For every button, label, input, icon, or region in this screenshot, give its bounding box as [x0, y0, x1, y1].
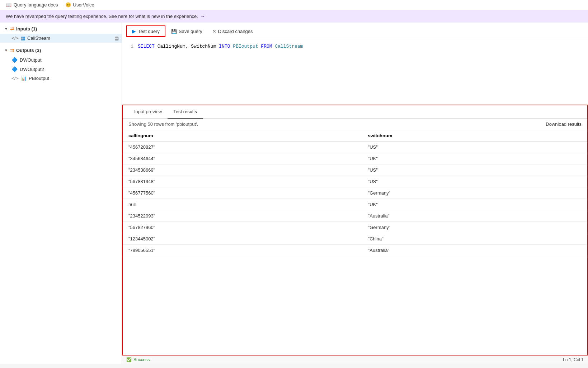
table-row: null"UK" [123, 199, 587, 210]
sidebar-item-callstream[interactable]: </> ▦ CallStream ▤ [0, 34, 122, 43]
toolbar: ▶ Test query 💾 Save query ✕ Discard chan… [122, 23, 588, 40]
out-pbioutput: PBIoutput [233, 44, 258, 49]
tab-input-preview[interactable]: Input preview [128, 105, 168, 119]
table-row: "345684644""UK" [123, 153, 587, 164]
status-bar: ✅ Success Ln 1, Col 1 [122, 355, 588, 364]
cell-0-0: "456720827" [123, 142, 362, 153]
sidebar-item-pbioutput[interactable]: </> 📊 PBIoutput [0, 74, 122, 83]
announcement-banner: We have revamped the query testing exper… [0, 10, 588, 23]
cell-5-0: null [123, 199, 362, 210]
main-layout: ▼ ⇄ Inputs (1) </> ▦ CallStream ▤ ▼ ⇉ Ou… [0, 23, 588, 364]
comma1: , [185, 44, 188, 49]
sidebar: ▼ ⇄ Inputs (1) </> ▦ CallStream ▤ ▼ ⇉ Ou… [0, 23, 122, 364]
results-table: callingnum switchnum "456720827""US""345… [123, 130, 587, 256]
line-number: 1 [126, 44, 133, 49]
content-area: ▶ Test query 💾 Save query ✕ Discard chan… [122, 23, 588, 364]
results-panel: Input preview Test results Showing 50 ro… [122, 105, 588, 355]
table-header-row: callingnum switchnum [123, 130, 587, 142]
sidebar-item-dwoutput2[interactable]: 🔷 DWOutput2 [0, 64, 122, 74]
inputs-section-header[interactable]: ▼ ⇄ Inputs (1) [0, 24, 122, 34]
results-toolbar: Showing 50 rows from 'pbioutput'. Downlo… [123, 119, 587, 130]
save-icon: 💾 [171, 29, 177, 34]
cell-7-0: "567827960" [123, 222, 362, 233]
save-query-label: Save query [179, 29, 202, 34]
cell-5-1: "UK" [362, 199, 587, 210]
table-row: "234538669""US" [123, 164, 587, 176]
cursor-position: Ln 1, Col 1 [563, 357, 584, 362]
col-callingnum: CallingNum [157, 44, 185, 49]
cell-8-0: "123445002" [123, 233, 362, 245]
query-docs-link[interactable]: 📖 Query language docs [6, 2, 58, 8]
dw2-icon: 🔷 [11, 66, 18, 72]
cell-1-1: "UK" [362, 153, 587, 164]
callstream-action-icon[interactable]: ▤ [114, 35, 119, 41]
status-text: Success [133, 357, 150, 362]
cell-6-1: "Australia" [362, 210, 587, 222]
query-docs-icon: 📖 [6, 2, 11, 8]
banner-text: We have revamped the query testing exper… [6, 14, 198, 19]
pbi-code-icon: </> [11, 76, 19, 81]
cell-4-0: "456777560" [123, 187, 362, 199]
pbi-chart-icon: 📊 [21, 76, 27, 81]
outputs-section-header[interactable]: ▼ ⇉ Outputs (3) [0, 46, 122, 55]
callstream-stream-icon: ▦ [21, 35, 25, 41]
test-query-label: Test query [138, 29, 160, 34]
col-header-switchnum: switchnum [362, 130, 587, 142]
cell-9-1: "Australia" [362, 245, 587, 256]
dwoutput2-label: DWOutput2 [20, 67, 44, 72]
discard-icon: ✕ [212, 29, 216, 34]
outputs-label: Outputs (3) [16, 48, 41, 53]
kw-select: SELECT [138, 44, 155, 49]
callstream-actions: ▤ [114, 35, 119, 41]
inputs-chevron-icon: ▼ [4, 27, 8, 31]
cell-3-0: "567881948" [123, 176, 362, 187]
status-success: ✅ Success [126, 357, 150, 362]
kw-into: INTO [219, 44, 230, 49]
uservoice-link[interactable]: 😊 UserVoice [65, 2, 94, 8]
save-query-button[interactable]: 💾 Save query [167, 27, 207, 36]
pbioutput-label: PBIoutput [29, 76, 49, 81]
play-icon: ▶ [132, 28, 136, 34]
discard-changes-label: Discard changes [218, 29, 253, 34]
query-editor[interactable]: 1 SELECT CallingNum, SwitchNum INTO PBIo… [122, 40, 588, 105]
col-switchnum: SwitchNum [191, 44, 216, 49]
success-check-icon: ✅ [126, 357, 132, 362]
dwoutput-label: DWOutput [20, 57, 42, 63]
uservoice-label: UserVoice [73, 2, 94, 8]
outputs-icon: ⇉ [10, 48, 14, 53]
table-row: "123445002""China" [123, 233, 587, 245]
sidebar-item-dwoutput[interactable]: 🔷 DWOutput [0, 55, 122, 64]
download-results-link[interactable]: Download results [546, 121, 582, 127]
cell-2-0: "234538669" [123, 164, 362, 176]
query-docs-label: Query language docs [14, 2, 58, 8]
inputs-label: Inputs (1) [16, 26, 37, 32]
table-row: "456720827""US" [123, 142, 587, 153]
results-showing-text: Showing 50 rows from 'pbioutput'. [128, 121, 198, 127]
table-row: "789056551""Australia" [123, 245, 587, 256]
cell-4-1: "Germany" [362, 187, 587, 199]
outputs-chevron-icon: ▼ [4, 48, 8, 52]
cell-9-0: "789056551" [123, 245, 362, 256]
tab-test-results[interactable]: Test results [168, 105, 203, 119]
table-row: "456777560""Germany" [123, 187, 587, 199]
results-tabs: Input preview Test results [123, 105, 587, 119]
cell-2-1: "US" [362, 164, 587, 176]
cell-7-1: "Germany" [362, 222, 587, 233]
query-content: SELECT CallingNum, SwitchNum INTO PBIout… [138, 44, 303, 49]
dw-icon: 🔷 [11, 57, 18, 63]
inputs-icon: ⇄ [10, 26, 14, 32]
results-table-container[interactable]: callingnum switchnum "456720827""US""345… [123, 130, 587, 355]
callstream-code-icon: </> [11, 36, 19, 40]
callstream-label: CallStream [27, 35, 50, 41]
cell-6-0: "234522093" [123, 210, 362, 222]
test-query-button[interactable]: ▶ Test query [126, 25, 165, 37]
discard-changes-button[interactable]: ✕ Discard changes [208, 27, 257, 36]
query-line-1: 1 SELECT CallingNum, SwitchNum INTO PBIo… [126, 43, 584, 50]
cell-1-0: "345684644" [123, 153, 362, 164]
banner-link[interactable]: → [200, 14, 205, 19]
tbl-callstream: CallStream [275, 44, 303, 49]
col-header-callingnum: callingnum [123, 130, 362, 142]
cell-8-1: "China" [362, 233, 587, 245]
table-row: "567881948""US" [123, 176, 587, 187]
top-bar: 📖 Query language docs 😊 UserVoice [0, 0, 588, 10]
